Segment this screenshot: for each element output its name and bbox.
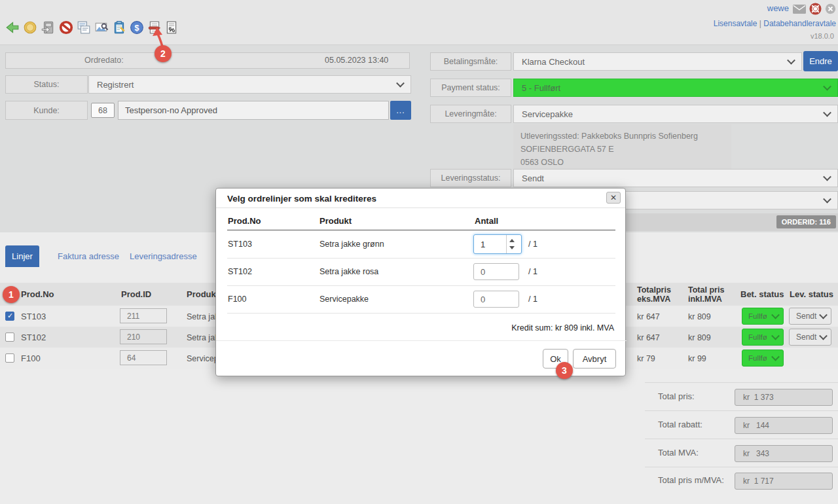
dpa-link[interactable]: Databehandleravtale [763,19,836,28]
annotation-step-1: 1 [3,286,20,303]
col-produkt: Produkt [187,289,219,299]
chevron-down-icon [771,311,780,319]
prod-no-cell: ST102 [21,333,46,342]
utleveringssted-box: Utleveringssted: Pakkeboks Bunnpris Sofi… [513,124,731,175]
payment-status-select[interactable]: 5 - Fullført [513,79,838,97]
modal-prod-no: ST102 [228,267,252,276]
tab-linjer[interactable]: Linjer [5,245,39,267]
orderid-badge: ORDERID: 116 [776,215,836,228]
kunde-browse-button[interactable]: ... [390,101,411,120]
betalingsmate-select[interactable]: Klarna Checkout [513,52,802,71]
save-icon[interactable] [41,20,55,35]
qty-input[interactable] [473,263,519,280]
total-mva-value: kr 343 [735,445,833,462]
kunde-id-field[interactable]: 68 [91,103,115,118]
chevron-down-icon [396,79,405,88]
row-checkbox[interactable] [5,312,14,321]
inkl-mva-cell: kr 809 [688,312,711,321]
leveringmate-select[interactable]: Servicepakke [513,105,838,123]
payment-status-value: 5 - Fullført [522,83,560,93]
total-pris-mmva-value: kr 1 717 [735,473,833,490]
status-label: Status: [5,75,88,94]
payment-status-label: Payment status: [430,79,511,97]
leveringsstatus-select[interactable]: Sendt [513,169,838,187]
avbryt-button[interactable]: Avbryt [573,349,616,369]
chevron-down-icon [819,332,828,340]
bet-status-select[interactable]: Fullfø [742,308,784,325]
annotation-step-2: 2 [155,45,172,62]
col-lev-status: Lev. status [790,289,833,299]
modal-produkt: Setra jakke grønn [319,240,384,249]
chevron-down-icon [771,353,780,361]
modal-col-prod-no: Prod.No [228,216,261,226]
back-icon[interactable] [5,20,20,35]
payment-icon[interactable]: $ [130,20,144,35]
close-session-icon[interactable] [825,3,836,16]
leveringmate-label: Leveringmåte: [430,105,511,123]
chevron-down-icon [823,109,831,117]
license-link[interactable]: Lisensavtale [714,19,757,28]
col-totalpris-inkl: Total prisinkl.MVA [688,285,724,304]
divider [645,439,838,439]
modal-prod-no: F100 [228,295,247,304]
bet-status-select[interactable]: Fullfø [742,329,784,346]
utleveringssted-line3: 0563 OSLO [520,156,724,169]
prod-id-input[interactable] [120,329,167,344]
inkl-mva-cell: kr 809 [688,333,711,342]
eks-mva-cell: kr 79 [637,354,655,363]
tab-leveringsadresse[interactable]: Leveringsadresse [130,251,197,261]
ordredato-value: 05.05.2023 13:40 [325,56,388,65]
notes-icon[interactable] [112,20,126,35]
chevron-down-icon [823,82,831,91]
row-divider [227,258,615,259]
total-rabatt-label: Total rabatt: [658,420,702,429]
row-divider [227,285,615,286]
cancel-icon[interactable] [59,20,73,35]
qty-max: / 1 [528,240,537,249]
image-tools-icon[interactable] [94,20,109,35]
version-label: v18.0.0 [811,32,834,40]
kredit-sum-label: Kredit sum: kr 809 inkl. MVA [511,323,614,333]
row-checkbox[interactable] [5,333,14,342]
qty-max: / 1 [528,295,537,304]
number-spinner[interactable] [506,235,517,253]
header-underline [227,230,615,230]
row-checkbox[interactable] [5,353,14,363]
lev-status-select[interactable]: Sendt [789,329,831,346]
print-icon[interactable] [77,20,91,35]
tab-faktura-adresse[interactable]: Faktura adresse [58,251,119,261]
total-rabatt-value: kr 144 [735,417,833,434]
row-divider [227,313,615,314]
endre-button[interactable]: Endre [803,51,838,71]
qty-input[interactable] [473,291,519,308]
spin-up-icon[interactable] [509,239,515,242]
betalingsmate-value: Klarna Checkout [522,57,585,67]
username-link[interactable]: wewe [767,3,789,13]
status-value: Registrert [97,80,134,90]
prod-id-input[interactable] [120,308,167,323]
chevron-down-icon [787,56,795,65]
col-totalpris-eks: Totalpriseks.MVA [637,285,671,304]
footer-divider [216,340,627,341]
divider [645,467,838,467]
inkl-mva-cell: kr 99 [688,354,706,363]
divider [645,410,838,411]
close-icon[interactable]: ✕ [606,192,621,204]
coin-icon[interactable] [23,20,37,35]
bet-status-select[interactable]: Fullfø [742,350,784,367]
support-lifebuoy-icon[interactable] [809,3,822,17]
status-select[interactable]: Registrert [88,75,411,94]
kunde-label: Kunde: [5,101,88,120]
lev-status-select[interactable]: Sendt [789,308,831,325]
modal-prod-no: ST103 [228,240,252,249]
mail-icon[interactable] [793,5,806,16]
modal-col-antall: Antall [475,216,498,226]
annotation-step-3: 3 [556,362,573,379]
qty-max: / 1 [528,267,537,276]
legal-links: Lisensavtale | Databehandleravtale [714,19,836,28]
kunde-name-input[interactable] [118,101,389,120]
leveringsstatus-value: Sendt [522,173,544,183]
leveringsstatus-label: Leveringsstatus: [430,169,511,187]
prod-id-input[interactable] [120,350,167,365]
spin-down-icon[interactable] [509,246,515,249]
